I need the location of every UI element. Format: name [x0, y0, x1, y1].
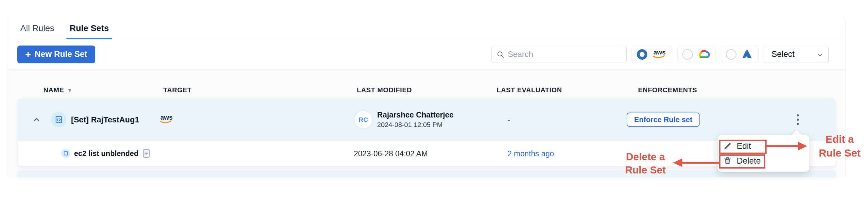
aws-logo-icon: aws [651, 48, 667, 61]
annotation-arrow-edit [767, 145, 799, 147]
radio-unselected-icon [726, 49, 737, 60]
column-header-last-evaluation: LAST EVALUATION [497, 86, 562, 94]
rule-icon [61, 149, 70, 158]
search-box [492, 46, 627, 63]
annotation-label-delete-line2: Rule Set [620, 163, 671, 177]
new-rule-set-button[interactable]: + New Rule Set [17, 46, 95, 63]
modified-by-name: Rajarshee Chatterjee [377, 110, 454, 119]
column-header-name-label: NAME [43, 86, 64, 94]
provider-toggle-azure[interactable] [721, 46, 759, 63]
tab-rule-sets[interactable]: Rule Sets [66, 17, 112, 39]
target-aws-logo-icon: aws [159, 113, 174, 126]
svg-text:aws: aws [160, 114, 173, 121]
annotation-arrowhead-left-icon [673, 158, 682, 167]
column-header-target: TARGET [163, 86, 191, 94]
rule-last-evaluation-link[interactable]: 2 months ago [507, 149, 554, 158]
provider-toggle-aws[interactable]: aws [632, 46, 672, 63]
provider-toggle-gcp[interactable] [677, 46, 716, 63]
annotation-label-delete-line1: Delete a [620, 150, 671, 163]
avatar: RC [354, 110, 373, 129]
column-header-last-modified: LAST MODIFIED [357, 86, 412, 94]
rule-name-cell: ec2 list unblended [74, 149, 150, 158]
column-header-enforcements: ENFORCEMENTS [638, 86, 697, 94]
last-modified-cell: Rajarshee Chatterjee 2024-08-01 12:05 PM [377, 110, 454, 129]
annotation-label-delete: Delete a Rule Set [620, 150, 671, 177]
tab-all-rules[interactable]: All Rules [17, 17, 57, 39]
annotation-label-edit-line2: Rule Set [811, 146, 868, 160]
svg-text:aws: aws [653, 49, 666, 56]
new-rule-set-label: New Rule Set [35, 50, 87, 59]
annotation-label-edit-line1: Edit a [811, 132, 868, 146]
search-icon [496, 51, 504, 58]
next-rule-set-card-partial [18, 170, 835, 177]
tab-bar: All Rules Rule Sets [8, 17, 845, 39]
annotation-arrow-delete [682, 162, 720, 164]
annotation-box-edit [719, 140, 767, 154]
rule-set-name: [Set] RajTestAug1 [71, 115, 139, 124]
column-header-name[interactable]: NAME▾ [43, 86, 71, 94]
sort-descending-icon[interactable]: ▾ [68, 87, 71, 93]
select-dropdown[interactable]: Select [764, 46, 829, 63]
rule-set-card: [Set] RajTestAug1 aws RC Rajarshee Chatt… [18, 99, 835, 166]
modified-date: 2024-08-01 12:05 PM [377, 121, 454, 129]
radio-selected-icon [637, 49, 647, 60]
toolbar-right: aws [492, 46, 829, 63]
enforce-rule-set-button[interactable]: Enforce Rule set [627, 113, 700, 127]
annotation-box-delete [719, 154, 765, 169]
last-evaluation-value: - [507, 115, 510, 124]
annotation-label-edit: Edit a Rule Set [811, 132, 868, 160]
rule-set-icon [51, 112, 66, 127]
row-actions-kebab-icon[interactable] [789, 114, 806, 125]
collapse-chevron-icon[interactable] [27, 115, 46, 124]
table-row-rule-set[interactable]: [Set] RajTestAug1 aws RC Rajarshee Chatt… [18, 99, 835, 140]
annotation-arrowhead-right-icon [798, 142, 807, 150]
radio-unselected-icon [682, 49, 693, 60]
rule-name: ec2 list unblended [74, 149, 138, 158]
rules-page: All Rules Rule Sets + New Rule Set [0, 0, 868, 203]
search-input[interactable] [492, 46, 627, 63]
chevron-down-icon [817, 52, 824, 58]
rule-modified-date: 2023-06-28 04:02 AM [354, 149, 428, 158]
azure-logo-icon [740, 48, 754, 61]
select-label: Select [772, 50, 795, 59]
plus-icon: + [25, 50, 31, 59]
toolbar: + New Rule Set aws [8, 39, 845, 69]
gcp-logo-icon [696, 48, 711, 61]
note-icon[interactable] [143, 149, 150, 158]
